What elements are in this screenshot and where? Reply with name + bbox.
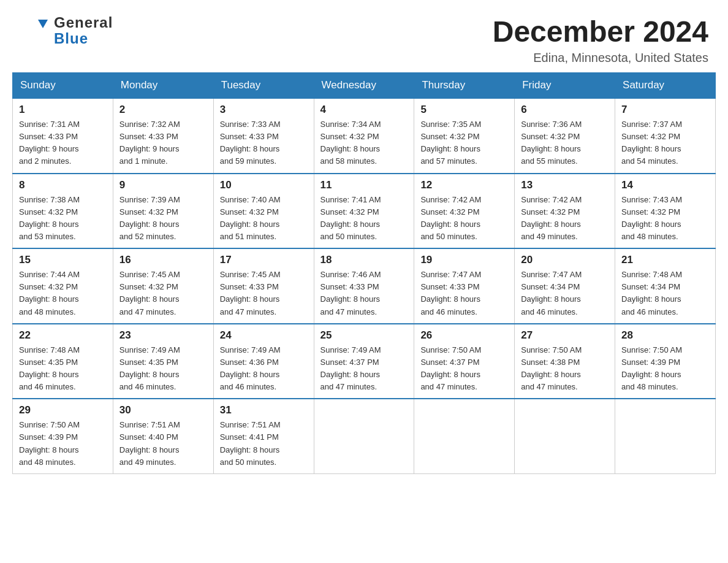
day-number: 29 xyxy=(19,404,107,416)
calendar-cell: 10 Sunrise: 7:40 AMSunset: 4:32 PMDaylig… xyxy=(213,174,314,249)
logo-icon xyxy=(20,15,51,47)
calendar-cell: 8 Sunrise: 7:38 AMSunset: 4:32 PMDayligh… xyxy=(13,174,113,249)
day-info: Sunrise: 7:39 AMSunset: 4:32 PMDaylight:… xyxy=(119,194,207,243)
day-number: 20 xyxy=(521,254,609,266)
day-info: Sunrise: 7:41 AMSunset: 4:32 PMDaylight:… xyxy=(320,194,408,243)
calendar-cell: 15 Sunrise: 7:44 AMSunset: 4:32 PMDaylig… xyxy=(13,248,113,324)
logo: General Blue xyxy=(20,15,113,47)
calendar-cell: 23 Sunrise: 7:49 AMSunset: 4:35 PMDaylig… xyxy=(113,324,213,399)
day-info: Sunrise: 7:45 AMSunset: 4:33 PMDaylight:… xyxy=(220,269,308,318)
day-number: 31 xyxy=(220,404,308,416)
day-number: 22 xyxy=(19,329,107,342)
day-number: 4 xyxy=(320,104,408,116)
calendar-cell: 31 Sunrise: 7:51 AMSunset: 4:41 PMDaylig… xyxy=(213,399,314,473)
day-info: Sunrise: 7:50 AMSunset: 4:37 PMDaylight:… xyxy=(420,344,508,394)
day-info: Sunrise: 7:47 AMSunset: 4:33 PMDaylight:… xyxy=(420,269,508,318)
calendar-cell: 25 Sunrise: 7:49 AMSunset: 4:37 PMDaylig… xyxy=(314,324,414,399)
calendar-cell: 1 Sunrise: 7:31 AMSunset: 4:33 PMDayligh… xyxy=(13,98,113,174)
calendar-cell: 27 Sunrise: 7:50 AMSunset: 4:38 PMDaylig… xyxy=(515,324,615,399)
day-info: Sunrise: 7:47 AMSunset: 4:34 PMDaylight:… xyxy=(521,269,609,318)
day-info: Sunrise: 7:36 AMSunset: 4:32 PMDaylight:… xyxy=(521,118,609,168)
day-info: Sunrise: 7:48 AMSunset: 4:35 PMDaylight:… xyxy=(19,344,107,394)
day-number: 5 xyxy=(420,104,508,116)
day-number: 25 xyxy=(320,329,408,342)
day-info: Sunrise: 7:34 AMSunset: 4:32 PMDaylight:… xyxy=(320,118,408,168)
day-number: 12 xyxy=(420,179,508,191)
calendar-cell xyxy=(515,399,615,473)
week-row-2: 8 Sunrise: 7:38 AMSunset: 4:32 PMDayligh… xyxy=(13,174,716,249)
calendar-cell: 7 Sunrise: 7:37 AMSunset: 4:32 PMDayligh… xyxy=(615,98,716,174)
day-number: 24 xyxy=(220,329,308,342)
day-number: 7 xyxy=(621,104,709,116)
day-number: 10 xyxy=(220,179,308,191)
day-number: 14 xyxy=(621,179,709,191)
day-info: Sunrise: 7:42 AMSunset: 4:32 PMDaylight:… xyxy=(521,194,609,243)
day-number: 8 xyxy=(19,179,107,191)
logo-blue: Blue xyxy=(54,31,113,47)
day-info: Sunrise: 7:32 AMSunset: 4:33 PMDaylight:… xyxy=(119,118,207,168)
day-number: 3 xyxy=(220,104,308,116)
calendar-cell: 13 Sunrise: 7:42 AMSunset: 4:32 PMDaylig… xyxy=(515,174,615,249)
day-info: Sunrise: 7:31 AMSunset: 4:33 PMDaylight:… xyxy=(19,118,107,168)
calendar-header-row: SundayMondayTuesdayWednesdayThursdayFrid… xyxy=(13,73,716,99)
day-number: 19 xyxy=(420,254,508,266)
day-info: Sunrise: 7:37 AMSunset: 4:32 PMDaylight:… xyxy=(621,118,709,168)
day-info: Sunrise: 7:44 AMSunset: 4:32 PMDaylight:… xyxy=(19,269,107,318)
title-section: December 2024 Edina, Minnesota, United S… xyxy=(493,15,708,65)
day-number: 2 xyxy=(119,104,207,116)
logo-text: General Blue xyxy=(54,15,113,47)
day-info: Sunrise: 7:42 AMSunset: 4:32 PMDaylight:… xyxy=(420,194,508,243)
day-info: Sunrise: 7:49 AMSunset: 4:36 PMDaylight:… xyxy=(220,344,308,394)
calendar-cell: 12 Sunrise: 7:42 AMSunset: 4:32 PMDaylig… xyxy=(414,174,515,249)
day-info: Sunrise: 7:51 AMSunset: 4:41 PMDaylight:… xyxy=(220,419,308,469)
day-number: 21 xyxy=(621,254,709,266)
page-header: General Blue December 2024 Edina, Minnes… xyxy=(0,0,728,72)
calendar-cell: 19 Sunrise: 7:47 AMSunset: 4:33 PMDaylig… xyxy=(414,248,515,324)
day-info: Sunrise: 7:49 AMSunset: 4:35 PMDaylight:… xyxy=(119,344,207,394)
calendar-cell: 11 Sunrise: 7:41 AMSunset: 4:32 PMDaylig… xyxy=(314,174,414,249)
day-info: Sunrise: 7:46 AMSunset: 4:33 PMDaylight:… xyxy=(320,269,408,318)
calendar-cell: 3 Sunrise: 7:33 AMSunset: 4:33 PMDayligh… xyxy=(213,98,314,174)
calendar-cell: 22 Sunrise: 7:48 AMSunset: 4:35 PMDaylig… xyxy=(13,324,113,399)
day-info: Sunrise: 7:50 AMSunset: 4:39 PMDaylight:… xyxy=(621,344,709,394)
month-title: December 2024 xyxy=(493,15,708,48)
day-info: Sunrise: 7:51 AMSunset: 4:40 PMDaylight:… xyxy=(119,419,207,469)
calendar-cell: 20 Sunrise: 7:47 AMSunset: 4:34 PMDaylig… xyxy=(515,248,615,324)
day-number: 9 xyxy=(119,179,207,191)
day-info: Sunrise: 7:50 AMSunset: 4:39 PMDaylight:… xyxy=(19,419,107,469)
day-info: Sunrise: 7:38 AMSunset: 4:32 PMDaylight:… xyxy=(19,194,107,243)
calendar-cell xyxy=(314,399,414,473)
header-monday: Monday xyxy=(113,73,213,99)
calendar-cell: 18 Sunrise: 7:46 AMSunset: 4:33 PMDaylig… xyxy=(314,248,414,324)
calendar-table: SundayMondayTuesdayWednesdayThursdayFrid… xyxy=(12,72,716,474)
day-info: Sunrise: 7:50 AMSunset: 4:38 PMDaylight:… xyxy=(521,344,609,394)
week-row-4: 22 Sunrise: 7:48 AMSunset: 4:35 PMDaylig… xyxy=(13,324,716,399)
calendar-cell: 17 Sunrise: 7:45 AMSunset: 4:33 PMDaylig… xyxy=(213,248,314,324)
day-info: Sunrise: 7:33 AMSunset: 4:33 PMDaylight:… xyxy=(220,118,308,168)
calendar-cell: 5 Sunrise: 7:35 AMSunset: 4:32 PMDayligh… xyxy=(414,98,515,174)
calendar-cell: 6 Sunrise: 7:36 AMSunset: 4:32 PMDayligh… xyxy=(515,98,615,174)
svg-marker-0 xyxy=(38,20,48,28)
calendar-cell: 26 Sunrise: 7:50 AMSunset: 4:37 PMDaylig… xyxy=(414,324,515,399)
day-number: 6 xyxy=(521,104,609,116)
calendar-cell: 21 Sunrise: 7:48 AMSunset: 4:34 PMDaylig… xyxy=(615,248,716,324)
day-number: 28 xyxy=(621,329,709,342)
calendar-cell xyxy=(414,399,515,473)
calendar-cell: 16 Sunrise: 7:45 AMSunset: 4:32 PMDaylig… xyxy=(113,248,213,324)
day-number: 15 xyxy=(19,254,107,266)
header-wednesday: Wednesday xyxy=(314,73,414,99)
week-row-5: 29 Sunrise: 7:50 AMSunset: 4:39 PMDaylig… xyxy=(13,399,716,473)
header-tuesday: Tuesday xyxy=(213,73,314,99)
calendar-cell: 29 Sunrise: 7:50 AMSunset: 4:39 PMDaylig… xyxy=(13,399,113,473)
week-row-1: 1 Sunrise: 7:31 AMSunset: 4:33 PMDayligh… xyxy=(13,98,716,174)
day-number: 23 xyxy=(119,329,207,342)
header-saturday: Saturday xyxy=(615,73,716,99)
day-info: Sunrise: 7:49 AMSunset: 4:37 PMDaylight:… xyxy=(320,344,408,394)
day-info: Sunrise: 7:43 AMSunset: 4:32 PMDaylight:… xyxy=(621,194,709,243)
calendar-cell: 24 Sunrise: 7:49 AMSunset: 4:36 PMDaylig… xyxy=(213,324,314,399)
calendar-cell: 9 Sunrise: 7:39 AMSunset: 4:32 PMDayligh… xyxy=(113,174,213,249)
calendar-cell: 14 Sunrise: 7:43 AMSunset: 4:32 PMDaylig… xyxy=(615,174,716,249)
day-info: Sunrise: 7:35 AMSunset: 4:32 PMDaylight:… xyxy=(420,118,508,168)
header-friday: Friday xyxy=(515,73,615,99)
calendar-cell: 2 Sunrise: 7:32 AMSunset: 4:33 PMDayligh… xyxy=(113,98,213,174)
